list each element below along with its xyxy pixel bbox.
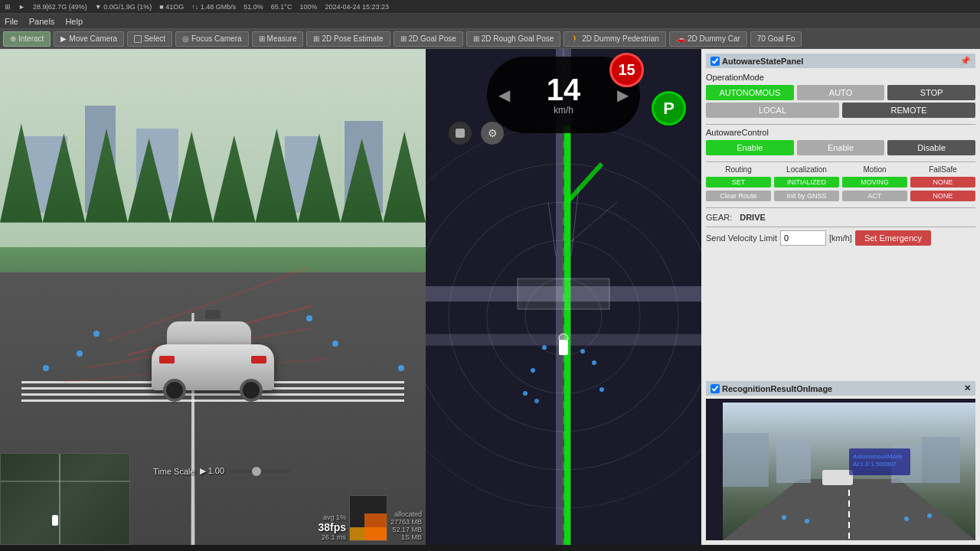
act-button[interactable]: ACT <box>842 191 907 201</box>
stop-mode-button[interactable]: STOP <box>887 85 975 100</box>
svg-point-32 <box>782 515 786 520</box>
allocated-stat: allocated <box>390 510 422 518</box>
pose-icon: ⊞ <box>313 34 319 43</box>
status-action-row: Clear Route Init by GNSS ACT NONE <box>706 191 975 201</box>
goal-fo-button[interactable]: 70 Goal Fo <box>750 31 802 47</box>
gear-label: GEAR: <box>706 213 732 222</box>
svg-point-20 <box>599 387 604 392</box>
divider-1 <box>706 124 975 125</box>
fps-stat: 38fps <box>318 521 346 533</box>
speed-arrow-right[interactable]: ▶ <box>617 86 629 104</box>
pose-estimate-button[interactable]: ⊞ 2D Pose Estimate <box>306 31 390 47</box>
divider-3 <box>706 207 975 208</box>
divider-4 <box>706 227 975 227</box>
auto-button[interactable]: AUTO <box>797 85 885 100</box>
panel-toggle[interactable] <box>710 57 720 66</box>
velocity-unit: [km/h] <box>829 233 852 243</box>
gear-value: DRIVE <box>740 213 766 222</box>
autoware-control-label: AutowareControl <box>706 128 975 137</box>
speed-arrow-left[interactable]: ◀ <box>498 86 510 104</box>
sys-transfer: ↑↓ 1.48 GMb/s <box>191 3 236 11</box>
interact-button[interactable]: ⊕ Interact <box>3 31 51 47</box>
speed-value: 14 <box>547 74 581 105</box>
set-emergency-button[interactable]: Set Emergency <box>855 230 931 246</box>
svg-rect-29 <box>776 441 811 483</box>
set-button[interactable]: SET <box>706 177 771 187</box>
local-button[interactable]: LOCAL <box>706 103 839 118</box>
routing-col: Routing <box>706 165 771 174</box>
control-enable2-button[interactable]: Enable <box>797 140 885 155</box>
gear-icon: ⚙ <box>488 127 498 139</box>
moving-button[interactable]: MOVING <box>842 177 907 187</box>
recognition-checkbox[interactable]: RecognitionResultOnImage <box>710 384 832 393</box>
stop-button[interactable] <box>449 122 472 145</box>
measure-icon: ⊞ <box>259 34 265 43</box>
recognition-toggle[interactable] <box>710 384 720 393</box>
svg-point-33 <box>805 519 809 523</box>
status-labels-row: Routing Localization Motion FailSafe <box>706 165 975 174</box>
recognition-close-icon[interactable]: ✕ <box>964 383 971 393</box>
panel-pin-icon[interactable]: 📌 <box>960 56 971 66</box>
autonomous-button[interactable]: AUTONOMOUS <box>706 85 794 100</box>
mode-button[interactable]: ⚙ <box>481 122 504 145</box>
measure-button[interactable]: ⊞ Measure <box>252 31 304 47</box>
init-gnss-button[interactable]: Init by GNSS <box>774 191 839 201</box>
time-scale-thumb[interactable] <box>252 467 261 476</box>
operation-mode-buttons: AUTONOMOUS AUTO STOP <box>706 85 975 100</box>
panel-checkbox[interactable]: AutowareStatePanel <box>710 57 803 66</box>
menu-file[interactable]: File <box>5 17 18 26</box>
speed-display: 14 km/h <box>547 74 581 116</box>
control-enable-button[interactable]: Enable <box>706 140 794 155</box>
goal-pose-button[interactable]: ⊞ 2D Goal Pose <box>394 31 463 47</box>
control-disable-button[interactable]: Disable <box>887 140 975 155</box>
clear-route-button[interactable]: Clear Route <box>706 191 771 201</box>
svg-point-35 <box>927 514 932 518</box>
svg-point-18 <box>580 349 585 354</box>
routing-label: Routing <box>725 165 751 174</box>
menu-help[interactable]: Help <box>65 17 83 26</box>
lidar-sensor <box>205 310 220 319</box>
sys-icon: ⊞ <box>5 3 11 11</box>
svg-rect-30 <box>922 437 960 483</box>
remote-button[interactable]: REMOTE <box>842 103 975 118</box>
rough-goal-button[interactable]: ⊞ 2D Rough Goal Pose <box>466 31 561 47</box>
time-scale-control: Time Scale ▶ 1.00 <box>153 466 290 476</box>
none-button-2[interactable]: NONE <box>910 191 975 201</box>
rough-icon: ⊞ <box>473 34 479 43</box>
menu-panels[interactable]: Panels <box>29 17 55 26</box>
recognition-panel: RecognitionResultOnImage ✕ <box>701 381 980 545</box>
status-btns-row: SET INITIALIZED MOVING NONE <box>706 177 975 187</box>
svg-point-16 <box>592 360 596 365</box>
svg-point-34 <box>904 517 909 521</box>
avg-stat: avg 1% <box>318 514 346 521</box>
camera-feed-svg: AutonomousMode AI:1.0 1.506907 <box>723 403 975 540</box>
time-scale-slider[interactable] <box>229 470 290 473</box>
map-view[interactable]: ◀ 14 km/h ▶ 15 ⚙ P <box>426 49 701 545</box>
initialized-button[interactable]: INITIALIZED <box>774 177 839 187</box>
green-action-button[interactable]: P <box>652 91 686 126</box>
localization-col: Localization <box>774 165 839 174</box>
pedestrian-icon: 🚶 <box>570 34 580 43</box>
autoware-control-buttons: Enable Enable Disable <box>706 140 975 155</box>
dummy-pedestrian-button[interactable]: 🚶 2D Dummy Pedestrian <box>564 31 666 47</box>
svg-point-21 <box>534 399 539 403</box>
svg-point-15 <box>531 368 535 373</box>
velocity-input[interactable] <box>780 230 826 246</box>
none-button-1[interactable]: NONE <box>910 177 975 187</box>
divider-2 <box>706 161 975 162</box>
dummy-car-button[interactable]: 🚗 2D Dummy Car <box>669 31 747 47</box>
time-scale-label: Time Scale <box>153 467 195 476</box>
svg-rect-12 <box>518 279 609 309</box>
time-scale-value: ▶ 1.00 <box>200 466 224 476</box>
focus-icon: ◎ <box>182 34 189 43</box>
vehicle-body <box>152 344 274 390</box>
wheel-right <box>240 379 263 402</box>
3d-view[interactable]: Time Scale ▶ 1.00 avg 1% 38fps 26.1 ms a… <box>0 49 426 545</box>
move-camera-button[interactable]: ▶ Move Camera <box>54 31 124 47</box>
motion-col: Motion <box>842 165 907 174</box>
autoware-state-panel: AutowareStatePanel 📌 OperationMode AUTON… <box>701 49 980 381</box>
toolbar: ⊕ Interact ▶ Move Camera Select ◎ Focus … <box>0 29 980 49</box>
lidar-dot <box>77 350 83 357</box>
select-button[interactable]: Select <box>127 31 172 47</box>
focus-camera-button[interactable]: ◎ Focus Camera <box>175 31 249 47</box>
